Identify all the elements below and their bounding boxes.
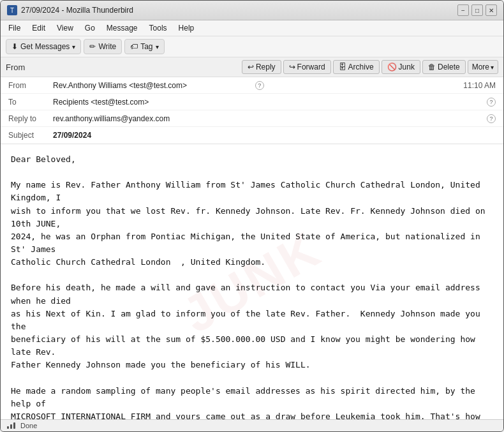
statusbar: Done [1, 419, 503, 431]
forward-icon: ↪ [289, 63, 295, 71]
from-value: Rev.Anthony Williams <test@test.com> [53, 81, 253, 90]
menu-tools[interactable]: Tools [144, 22, 172, 34]
email-actions-bar: From ↩ Reply ↪ Forward 🗄 Archive 🚫 Junk … [1, 57, 503, 77]
delete-button[interactable]: 🗑 Delete [422, 60, 466, 74]
more-button[interactable]: More ▾ [468, 60, 498, 74]
menu-view[interactable]: View [52, 22, 78, 34]
write-icon: ✏ [89, 42, 96, 51]
window-title: 27/09/2024 - Mozilla Thunderbird [21, 6, 133, 15]
email-body: JUNK Dear Beloved, My name is Rev. Fathe… [1, 144, 503, 419]
junk-icon: 🚫 [387, 63, 397, 71]
toolbar: ⬇ Get Messages ▾ ✏ Write 🏷 Tag ▾ [1, 36, 503, 57]
maximize-button[interactable]: □ [471, 4, 483, 16]
archive-icon: 🗄 [339, 63, 346, 71]
action-buttons: ↩ Reply ↪ Forward 🗄 Archive 🚫 Junk 🗑 Del… [242, 60, 498, 74]
menu-file[interactable]: File [3, 22, 26, 34]
from-verify-icon[interactable]: ? [255, 81, 264, 90]
reply-to-label: Reply to [8, 114, 53, 123]
reply-icon: ↩ [248, 63, 254, 71]
from-label: From [8, 81, 53, 90]
close-button[interactable]: ✕ [485, 4, 497, 16]
email-time: 11:10 AM [463, 81, 496, 90]
to-verify-icon[interactable]: ? [487, 98, 496, 107]
body-text: Dear Beloved, My name is Rev. Father Ant… [11, 153, 493, 419]
menu-help[interactable]: Help [174, 22, 200, 34]
tag-button[interactable]: 🏷 Tag ▾ [124, 39, 164, 54]
reply-to-verify-icon[interactable]: ? [487, 114, 496, 123]
tag-dropdown-icon[interactable]: ▾ [156, 43, 159, 50]
reply-to-value: rev.anthony.williams@yandex.com [53, 114, 484, 123]
more-dropdown-icon: ▾ [491, 64, 494, 71]
body-content: Dear Beloved, My name is Rev. Father Ant… [11, 153, 493, 419]
menubar: File Edit View Go Message Tools Help [1, 20, 503, 36]
titlebar: T 27/09/2024 - Mozilla Thunderbird − □ ✕ [1, 1, 503, 20]
subject-row: Subject 27/09/2024 [1, 127, 503, 144]
reply-to-row: Reply to rev.anthony.williams@yandex.com… [1, 110, 503, 127]
window-controls: − □ ✕ [457, 4, 497, 16]
delete-icon: 🗑 [428, 63, 436, 71]
tag-icon: 🏷 [130, 42, 138, 51]
signal-icon [7, 422, 15, 429]
to-value: Recipients <test@test.com> [53, 98, 484, 107]
forward-button[interactable]: ↪ Forward [283, 60, 331, 74]
from-static-label: From [6, 63, 25, 72]
junk-button[interactable]: 🚫 Junk [382, 60, 420, 74]
write-button[interactable]: ✏ Write [84, 39, 122, 54]
get-messages-icon: ⬇ [11, 42, 18, 51]
menu-message[interactable]: Message [101, 22, 143, 34]
to-label: To [8, 98, 53, 107]
get-messages-dropdown-icon[interactable]: ▾ [72, 43, 75, 50]
titlebar-left: T 27/09/2024 - Mozilla Thunderbird [7, 5, 133, 15]
main-window: T 27/09/2024 - Mozilla Thunderbird − □ ✕… [0, 0, 504, 432]
get-messages-button[interactable]: ⬇ Get Messages ▾ [6, 39, 81, 54]
email-metadata: From Rev.Anthony Williams <test@test.com… [1, 77, 503, 144]
subject-value: 27/09/2024 [53, 131, 496, 140]
app-icon: T [7, 5, 17, 15]
from-row: From Rev.Anthony Williams <test@test.com… [1, 77, 503, 94]
menu-edit[interactable]: Edit [27, 22, 50, 34]
archive-button[interactable]: 🗄 Archive [333, 60, 380, 74]
to-row: To Recipients <test@test.com> ? [1, 94, 503, 110]
minimize-button[interactable]: − [457, 4, 469, 16]
status-text: Done [20, 422, 37, 429]
subject-label: Subject [8, 131, 53, 140]
menu-go[interactable]: Go [80, 22, 100, 34]
reply-button[interactable]: ↩ Reply [242, 60, 281, 74]
